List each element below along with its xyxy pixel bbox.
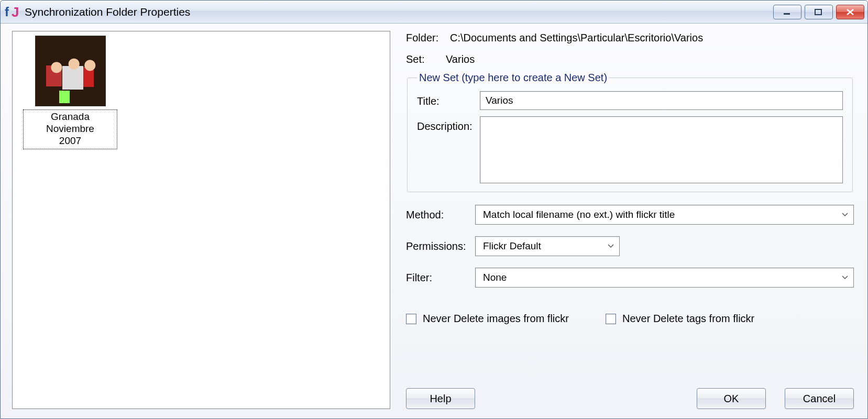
filter-label: Filter: <box>406 268 469 284</box>
help-button-label: Help <box>430 393 451 405</box>
chevron-down-icon <box>605 240 617 252</box>
button-row: Help OK Cancel <box>406 372 854 409</box>
method-value: Match local filename (no ext.) with flic… <box>481 209 675 220</box>
window-title: Synchronization Folder Properties <box>25 6 773 18</box>
method-select[interactable]: Match local filename (no ext.) with flic… <box>475 205 854 225</box>
ok-button[interactable]: OK <box>697 388 766 409</box>
properties-pane: Folder: C:\Documents and Settings\Partic… <box>406 31 857 409</box>
cancel-button-label: Cancel <box>803 393 836 405</box>
folder-value: C:\Documents and Settings\Particular\Esc… <box>450 32 703 44</box>
never-delete-tags-label: Never Delete tags from flickr <box>622 313 754 325</box>
svg-rect-1 <box>815 9 821 15</box>
filter-row: Filter: None <box>406 268 854 288</box>
filter-select[interactable]: None <box>475 268 854 288</box>
thumbnail-image <box>35 36 106 106</box>
title-label: Title: <box>417 91 474 107</box>
chevron-down-icon <box>839 271 851 284</box>
close-button[interactable] <box>836 5 864 19</box>
window-controls <box>773 5 864 19</box>
thumbnail-caption[interactable]: Granada Noviembre 2007 <box>23 109 117 149</box>
checkbox-row: Never Delete images from flickr Never De… <box>406 313 854 325</box>
maximize-button[interactable] <box>805 5 833 19</box>
thumbnail-pane[interactable]: Granada Noviembre 2007 <box>12 31 390 409</box>
set-value: Varios <box>446 53 475 65</box>
titlebar: fJ Synchronization Folder Properties <box>1 1 867 24</box>
never-delete-tags-checkbox[interactable]: Never Delete tags from flickr <box>606 313 754 325</box>
folder-label: Folder: <box>406 32 450 44</box>
content: Granada Noviembre 2007 Folder: C:\Docume… <box>1 24 867 418</box>
description-label: Description: <box>417 116 474 133</box>
app-icon: fJ <box>5 5 19 19</box>
permissions-row: Permissions: Flickr Default <box>406 236 854 256</box>
permissions-select[interactable]: Flickr Default <box>475 236 620 256</box>
never-delete-images-label: Never Delete images from flickr <box>423 313 569 325</box>
method-label: Method: <box>406 205 469 221</box>
description-row: Description: <box>417 116 843 183</box>
ok-button-label: OK <box>724 393 739 405</box>
checkbox-icon <box>606 314 616 324</box>
thumbnail-item[interactable]: Granada Noviembre 2007 <box>23 36 117 149</box>
set-row: Set: Varios <box>406 53 854 65</box>
never-delete-images-checkbox[interactable]: Never Delete images from flickr <box>406 313 569 325</box>
maximize-icon <box>814 8 823 16</box>
title-row: Title: <box>417 91 843 110</box>
help-button[interactable]: Help <box>406 388 475 409</box>
minimize-button[interactable] <box>773 5 801 19</box>
svg-rect-0 <box>784 13 790 15</box>
set-label: Set: <box>406 53 450 65</box>
minimize-icon <box>783 8 792 16</box>
new-set-group: New Set (type here to create a New Set) … <box>407 72 853 192</box>
permissions-label: Permissions: <box>406 236 469 252</box>
method-row: Method: Match local filename (no ext.) w… <box>406 205 854 225</box>
description-input[interactable] <box>480 116 843 183</box>
cancel-button[interactable]: Cancel <box>785 388 854 409</box>
window: fJ Synchronization Folder Properties Gra… <box>0 0 868 419</box>
permissions-value: Flickr Default <box>481 240 541 252</box>
folder-row: Folder: C:\Documents and Settings\Partic… <box>406 32 854 44</box>
title-input[interactable] <box>480 91 843 110</box>
close-icon <box>845 8 855 16</box>
checkbox-icon <box>406 314 416 324</box>
chevron-down-icon <box>839 208 851 221</box>
new-set-legend: New Set (type here to create a New Set) <box>417 72 609 84</box>
filter-value: None <box>481 272 507 283</box>
